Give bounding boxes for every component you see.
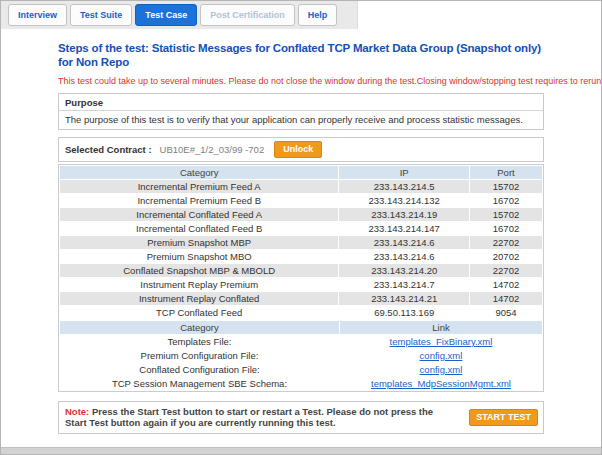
conflated-config-link[interactable]: config.xml	[420, 364, 463, 375]
table-row: Incremental Premium Feed B233.143.214.13…	[60, 194, 542, 207]
sbe-schema-link[interactable]: templates_MdpSessionMgmt.xml	[371, 378, 511, 389]
templates-file-link[interactable]: templates_FixBinary.xml	[390, 336, 493, 347]
note-panel: Note: Press the Start Test button to sta…	[58, 401, 544, 435]
table-row: Instrument Replay Conflated233.143.214.2…	[60, 292, 542, 305]
table-row: TCP Conflated Feed69.50.113.1699054	[60, 306, 542, 319]
table-row: Incremental Conflated Feed A233.143.214.…	[60, 208, 542, 221]
links-header-row: Category Link	[60, 321, 542, 334]
links-table: Category Link Templates File: templates_…	[59, 320, 543, 391]
tab-test-suite[interactable]: Test Suite	[70, 4, 132, 26]
note-label: Note:	[65, 406, 89, 417]
table-row: TCP Session Management SBE Schema: templ…	[60, 377, 542, 390]
table-row: Premium Snapshot MBO233.143.214.620702	[60, 250, 542, 263]
table-row: Templates File: templates_FixBinary.xml	[60, 335, 542, 348]
tab-help[interactable]: Help	[298, 4, 338, 26]
tab-bar: Interview Test Suite Test Case Post Cert…	[1, 1, 358, 29]
purpose-text: The purpose of this test is to verify th…	[59, 111, 543, 129]
feeds-header-port: Port	[470, 166, 542, 179]
test-warning-text: This test could take up to several minut…	[58, 76, 546, 86]
feeds-table: Category IP Port Incremental Premium Fee…	[59, 165, 543, 320]
feeds-header-row: Category IP Port	[60, 166, 542, 179]
purpose-panel: Purpose The purpose of this test is to v…	[58, 93, 544, 130]
tab-interview[interactable]: Interview	[8, 4, 67, 26]
page-title: Steps of the test: Statistic Messages fo…	[58, 42, 550, 70]
table-row: Premium Snapshot MBP233.143.214.622702	[60, 236, 542, 249]
table-row: Incremental Conflated Feed B233.143.214.…	[60, 222, 542, 235]
table-row: Premium Configuration File: config.xml	[60, 349, 542, 362]
feeds-header-category: Category	[60, 166, 338, 179]
app-window: Interview Test Suite Test Case Post Cert…	[0, 0, 602, 455]
selected-contract-panel: Selected Contract : UB10E#_1/2_03/99 -70…	[58, 137, 544, 162]
table-row: Conflated Configuration File: config.xml	[60, 363, 542, 376]
tab-test-case[interactable]: Test Case	[135, 4, 197, 26]
selected-contract-value: UB10E#_1/2_03/99 -702	[160, 144, 265, 155]
connection-info-panel: Category IP Port Incremental Premium Fee…	[58, 164, 544, 392]
unlock-button[interactable]: Unlock	[274, 141, 322, 158]
table-row: Instrument Replay Premium233.143.214.714…	[60, 278, 542, 291]
start-test-button[interactable]: START TEST	[469, 409, 538, 426]
table-row: Conflated Snapshot MBP & MBOLD233.143.21…	[60, 264, 542, 277]
purpose-heading: Purpose	[59, 94, 543, 111]
feeds-header-ip: IP	[339, 166, 469, 179]
note-text: Press the Start Test button to start or …	[65, 406, 433, 429]
premium-config-link[interactable]: config.xml	[420, 350, 463, 361]
links-header-link: Link	[340, 321, 542, 334]
tab-post-certification: Post Certification	[200, 4, 295, 26]
links-header-category: Category	[60, 321, 339, 334]
window-bottom-edge	[1, 447, 601, 454]
selected-contract-label: Selected Contract :	[65, 144, 152, 155]
table-row: Incremental Premium Feed A233.143.214.51…	[60, 180, 542, 193]
main-content: Steps of the test: Statistic Messages fo…	[1, 29, 546, 455]
